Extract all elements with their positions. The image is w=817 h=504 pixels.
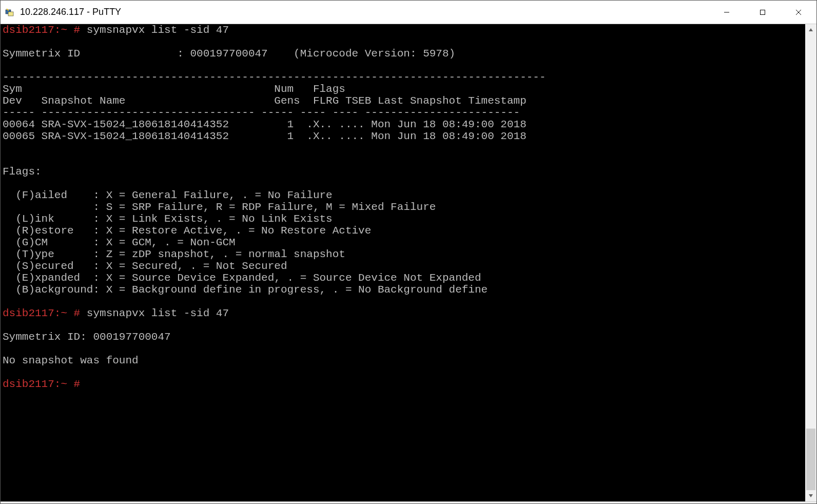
svg-marker-7: [809, 28, 813, 31]
window-border-bottom: [1, 501, 816, 503]
output-line: ----- --------------------------------- …: [3, 107, 520, 119]
minimize-button[interactable]: [709, 1, 745, 24]
output-line: Sym Num Flags: [3, 83, 345, 95]
output-line: (T)ype : Z = zDP snapshot, . = normal sn…: [3, 248, 345, 260]
output-line: (G)CM : X = GCM, . = Non-GCM: [3, 237, 236, 248]
command-text: symsnapvx list -sid 47: [87, 307, 229, 319]
output-line: (B)ackground: X = Background define in p…: [3, 284, 488, 296]
shell-prompt: dsib2117:~ #: [3, 378, 87, 390]
output-line: (L)ink : X = Link Exists, . = No Link Ex…: [3, 213, 333, 225]
scroll-down-arrow-icon[interactable]: [805, 490, 816, 501]
svg-marker-8: [809, 494, 813, 497]
window-titlebar: 10.228.246.117 - PuTTY: [1, 1, 816, 24]
output-line: : S = SRP Failure, R = RDP Failure, M = …: [3, 201, 436, 213]
command-text: symsnapvx list -sid 47: [87, 24, 229, 36]
output-line: (S)ecured : X = Secured, . = Not Secured: [3, 260, 287, 272]
terminal-output[interactable]: dsib2117:~ # symsnapvx list -sid 47 Symm…: [1, 24, 805, 501]
output-line: No snapshot was found: [3, 355, 139, 366]
shell-prompt: dsib2117:~ #: [3, 24, 87, 36]
output-line: (E)xpanded : X = Source Device Expanded,…: [3, 272, 481, 284]
terminal-area[interactable]: dsib2117:~ # symsnapvx list -sid 47 Symm…: [1, 24, 816, 501]
output-line: (F)ailed : X = General Failure, . = No F…: [3, 189, 333, 201]
output-line: 00065 SRA-SVX-15024_180618140414352 1 .X…: [3, 130, 527, 142]
putty-icon: [5, 7, 15, 17]
svg-rect-4: [761, 10, 765, 14]
output-line: Symmetrix ID: 000197700047: [3, 331, 171, 343]
output-line: Flags:: [3, 166, 42, 178]
close-button[interactable]: [781, 1, 816, 24]
window-title: 10.228.246.117 - PuTTY: [20, 7, 709, 17]
scroll-up-arrow-icon[interactable]: [805, 24, 816, 35]
svg-rect-1: [8, 12, 13, 16]
output-line: 00064 SRA-SVX-15024_180618140414352 1 .X…: [3, 119, 527, 130]
shell-prompt: dsib2117:~ #: [3, 307, 87, 319]
output-line: ----------------------------------------…: [3, 71, 546, 83]
output-line: Symmetrix ID : 000197700047 (Microcode V…: [3, 48, 455, 60]
maximize-button[interactable]: [745, 1, 781, 24]
window-controls: [709, 1, 816, 24]
scroll-thumb[interactable]: [806, 429, 815, 490]
output-line: (R)estore : X = Restore Active, . = No R…: [3, 225, 371, 237]
vertical-scrollbar[interactable]: [805, 24, 816, 501]
output-line: Dev Snapshot Name Gens FLRG TSEB Last Sn…: [3, 95, 527, 107]
